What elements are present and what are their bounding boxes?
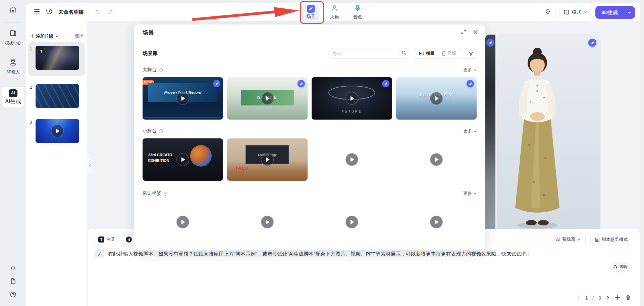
scene-card[interactable]: FOCUS REPORT — [396, 201, 477, 243]
rail-label: 3D造人 — [6, 69, 19, 75]
help-write-button[interactable]: Ai 帮我写 — [556, 236, 581, 243]
rail-docs[interactable] — [0, 277, 26, 286]
history-icon[interactable] — [46, 8, 53, 16]
clip-item-2[interactable]: 2 — [29, 84, 79, 108]
edit-pencil-icon[interactable] — [213, 80, 220, 87]
more-button[interactable]: 更多 — [463, 128, 477, 134]
search-input[interactable] — [332, 51, 396, 56]
edit-pencil-icon[interactable] — [382, 80, 389, 87]
script-input[interactable]: 在此处输入视频脚本。如果没有灵感？试试直接应用上方“脚本示例”，或者尝试让“Ai… — [95, 249, 599, 259]
search-icon[interactable] — [401, 50, 407, 57]
expand-icon[interactable] — [461, 29, 466, 36]
edit-pencil-icon[interactable] — [588, 39, 596, 47]
scene-card[interactable]: DESIGN — [227, 77, 308, 120]
page-prev-icon[interactable] — [576, 295, 581, 301]
close-icon[interactable] — [473, 30, 478, 36]
tab-voice[interactable]: 音色 — [349, 4, 366, 20]
phonetic-button[interactable]: T 注音 — [95, 234, 119, 245]
add-page-icon[interactable] — [615, 295, 621, 301]
play-icon[interactable] — [345, 216, 358, 228]
play-icon[interactable] — [261, 92, 274, 105]
rail-3d-builder[interactable]: 3D造人 — [0, 58, 26, 75]
scene-screen: INNO DAY — [312, 138, 337, 144]
tab-scene[interactable]: 场景 — [302, 4, 320, 20]
layout-icon — [564, 9, 570, 16]
play-icon[interactable] — [430, 92, 443, 105]
orientation-landscape[interactable]: 横版 — [416, 50, 438, 56]
scene-card[interactable]: INNO DAY — [312, 138, 392, 181]
rail-template-center[interactable]: 模板中心 — [0, 29, 26, 46]
listen-button[interactable]: 试听 — [609, 262, 631, 271]
play-icon[interactable] — [345, 153, 358, 166]
orientation-toggle: 横版 竖版 — [414, 48, 461, 59]
edit-pencil-icon[interactable] — [486, 39, 494, 47]
generate-3d-button[interactable]: 3D生成 — [595, 6, 635, 19]
panel-collapse-handle[interactable] — [87, 158, 93, 173]
doc-title[interactable]: 未命名草稿 — [58, 9, 84, 15]
info-icon[interactable] — [163, 191, 168, 196]
character-icon — [330, 4, 338, 13]
scene-card[interactable]: FUTURE — [312, 77, 392, 120]
scene-card[interactable]: Landing Page TALK — [227, 138, 308, 181]
clip-item-1[interactable]: 1 T — [29, 46, 79, 70]
phonetic-icon: T — [98, 236, 104, 243]
scene-card[interactable]: FUTURE — [396, 138, 477, 181]
landscape-label: 横版 — [426, 50, 435, 56]
more-button[interactable]: 更多 — [463, 67, 477, 73]
edit-pencil-icon[interactable] — [467, 80, 474, 87]
script-overview-button[interactable]: 脚本总览模式 — [590, 234, 632, 245]
play-icon[interactable] — [261, 216, 274, 228]
scene-card[interactable]: 23rd CREATO EXHIBITION — [143, 138, 223, 181]
annotation-arrow — [191, 6, 302, 21]
rail-ai-generate[interactable]: AI AI生成 — [2, 87, 24, 107]
tab-label: 人物 — [330, 14, 339, 20]
add-clip-button[interactable]: 添加片段 — [30, 33, 59, 39]
undo-icon[interactable] — [95, 8, 101, 16]
scene-label: FOCUS REPORT — [396, 201, 439, 207]
video-preview-edge[interactable] — [485, 35, 495, 238]
play-icon[interactable] — [176, 92, 189, 105]
clip-thumbnail[interactable] — [36, 119, 79, 143]
more-label: 更多 — [463, 67, 472, 73]
edit-pencil-icon[interactable] — [298, 80, 305, 87]
scene-card[interactable]: FOCUS REPORT — [227, 201, 308, 243]
play-icon[interactable] — [430, 153, 443, 166]
scene-card[interactable]: JOURNEY — [396, 77, 477, 120]
page-next-icon[interactable] — [606, 295, 610, 301]
tab-character[interactable]: 人物 — [326, 4, 343, 20]
clip-thumbnail[interactable]: T — [36, 46, 79, 70]
chevron-down-icon — [584, 10, 588, 15]
scene-card[interactable]: Domexic Leading Intelligent Manufacturin… — [143, 201, 223, 243]
menu-icon[interactable] — [34, 8, 40, 16]
play-icon[interactable] — [176, 153, 189, 166]
filter-button[interactable] — [465, 48, 477, 59]
play-icon[interactable] — [176, 216, 189, 228]
mode-button[interactable]: 模式 — [559, 6, 592, 19]
scene-card[interactable]: NEW Proven Track Record — [143, 77, 223, 120]
more-button[interactable]: 更多 — [463, 190, 477, 196]
scene-label: INNO DAY — [312, 138, 337, 144]
play-icon[interactable] — [345, 92, 358, 105]
generate-caret[interactable] — [624, 6, 635, 19]
play-icon[interactable] — [261, 153, 274, 166]
rail-help[interactable] — [0, 291, 26, 300]
redo-icon[interactable] — [107, 8, 113, 16]
page-total: 3 — [598, 295, 601, 301]
rail-notifications[interactable] — [0, 264, 26, 273]
select-button[interactable]: 选择 — [74, 33, 83, 39]
rail-home[interactable] — [0, 5, 26, 15]
search-box[interactable] — [328, 48, 410, 59]
chevron-down-icon — [55, 34, 59, 38]
mode-label: 模式 — [572, 9, 581, 15]
tips-button[interactable] — [540, 6, 556, 19]
avatar-preview-panel[interactable] — [497, 35, 600, 238]
clip-item-3[interactable]: 3 — [29, 119, 79, 143]
orientation-portrait[interactable]: 竖版 — [438, 50, 460, 56]
scene-card[interactable]: Domexic Leading Intelligent Manufacturin… — [312, 201, 392, 243]
headphones-icon — [613, 265, 618, 269]
play-icon[interactable] — [430, 216, 443, 228]
info-icon[interactable] — [159, 68, 163, 72]
clip-thumbnail[interactable] — [36, 84, 79, 108]
delete-page-icon[interactable] — [625, 295, 631, 301]
info-icon[interactable] — [159, 129, 163, 133]
